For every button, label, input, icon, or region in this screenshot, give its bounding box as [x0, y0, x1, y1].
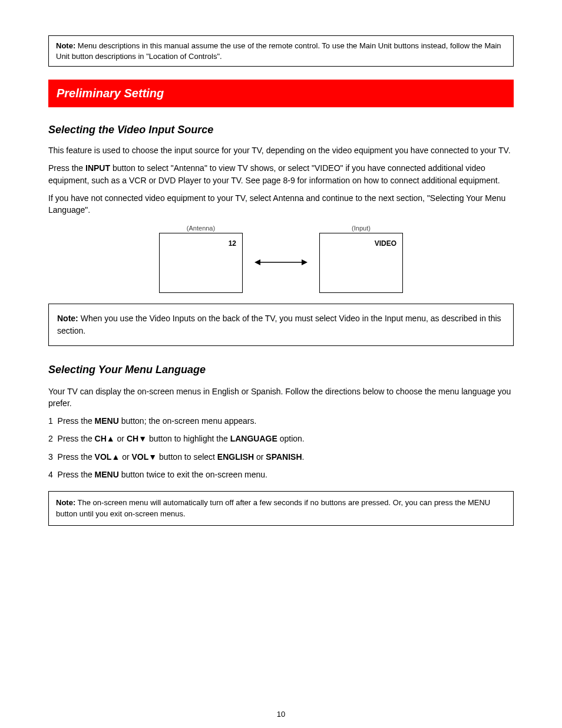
- double-arrow-svg: [254, 256, 308, 268]
- step-2-pre: Press the: [58, 434, 95, 443]
- step-3: 3 Press the VOL▲ or VOL▼ button to selec…: [48, 451, 514, 463]
- svg-marker-1: [254, 259, 260, 265]
- content: Note: Menu descriptions in this manual a…: [48, 35, 514, 526]
- step-4: 4 Press the MENU button twice to exit th…: [48, 469, 514, 480]
- input-diagram: (Antenna) 12 (Input) VIDEO: [48, 225, 514, 293]
- mid-note-bold: Note:: [57, 314, 78, 323]
- para-2-pre: Press the: [48, 163, 85, 173]
- step-3-mid3: or: [254, 452, 266, 462]
- step-1-post: button; the on-screen menu appears.: [119, 416, 256, 426]
- double-arrow-icon: [254, 256, 308, 271]
- vol-down-key-label: VOL▼: [131, 452, 157, 462]
- steps-list: 1 Press the MENU button; the on-screen m…: [48, 415, 514, 480]
- top-note-box: Note: Menu descriptions in this manual a…: [48, 35, 514, 67]
- diagram-left-value: 12: [229, 239, 236, 248]
- step-4-pre: Press the: [58, 470, 95, 479]
- ch-down-key-label: CH▼: [127, 434, 147, 443]
- step-4-num: 4: [48, 470, 53, 479]
- mid-note-box: Note: When you use the Video Inputs on t…: [48, 304, 514, 346]
- page: Note: Menu descriptions in this manual a…: [0, 0, 562, 728]
- top-note-bold: Note:: [56, 41, 75, 50]
- input-key-label: INPUT: [85, 163, 110, 173]
- step-4-post: button twice to exit the on-screen menu.: [119, 470, 267, 479]
- diagram-right-value: VIDEO: [375, 239, 396, 248]
- bottom-note-box: Note: The on-screen menu will automatica…: [48, 491, 514, 525]
- english-option-label: ENGLISH: [217, 452, 254, 462]
- step-1-num: 1: [48, 416, 53, 426]
- para-1: This feature is used to choose the input…: [48, 144, 514, 156]
- heading-menu-language: Selecting Your Menu Language: [48, 364, 514, 376]
- step-3-mid: or: [120, 452, 131, 462]
- step-3-pre: Press the: [58, 452, 95, 462]
- section-title-bar: Preliminary Setting: [48, 80, 514, 107]
- heading-video-input: Selecting the Video Input Source: [48, 124, 514, 136]
- menu-key-label: MENU: [95, 416, 119, 426]
- diagram-right: (Input) VIDEO: [319, 225, 403, 293]
- bottom-note-text: The on-screen menu will automatically tu…: [56, 498, 490, 518]
- step-2: 2 Press the CH▲ or CH▼ button to highlig…: [48, 433, 514, 444]
- language-option-label: LANGUAGE: [230, 434, 277, 443]
- diagram-left-label: (Antenna): [187, 225, 215, 232]
- step-2-mid2: button to highlight the: [147, 434, 230, 443]
- step-3-num: 3: [48, 452, 53, 462]
- diagram-right-label: (Input): [352, 225, 371, 232]
- diagram-left: (Antenna) 12: [159, 225, 243, 293]
- step-1-pre: Press the: [58, 416, 95, 426]
- mid-note-text: When you use the Video Inputs on the bac…: [57, 314, 501, 335]
- para-4: Your TV can display the on-screen menus …: [48, 386, 514, 410]
- spanish-option-label: SPANISH: [266, 452, 302, 462]
- step-3-post: .: [302, 452, 305, 462]
- svg-marker-2: [302, 259, 308, 265]
- step-2-num: 2: [48, 434, 53, 443]
- step-2-post: option.: [277, 434, 305, 443]
- page-number: 10: [0, 710, 562, 719]
- step-2-mid: or: [115, 434, 127, 443]
- para-2-post: button to select "Antenna" to view TV sh…: [48, 163, 500, 185]
- para-2: Press the INPUT button to select "Antenn…: [48, 162, 514, 186]
- menu-key-label-2: MENU: [95, 470, 119, 479]
- bottom-note-bold: Note:: [56, 498, 75, 507]
- top-note-text: Menu descriptions in this manual assume …: [56, 41, 501, 61]
- diagram-right-box: VIDEO: [319, 233, 403, 293]
- diagram-left-box: 12: [159, 233, 243, 293]
- vol-up-key-label: VOL▲: [95, 452, 120, 462]
- para-3: If you have not connected video equipmen…: [48, 192, 514, 216]
- ch-up-key-label: CH▲: [95, 434, 115, 443]
- step-1: 1 Press the MENU button; the on-screen m…: [48, 415, 514, 427]
- step-3-mid2: button to select: [157, 452, 217, 462]
